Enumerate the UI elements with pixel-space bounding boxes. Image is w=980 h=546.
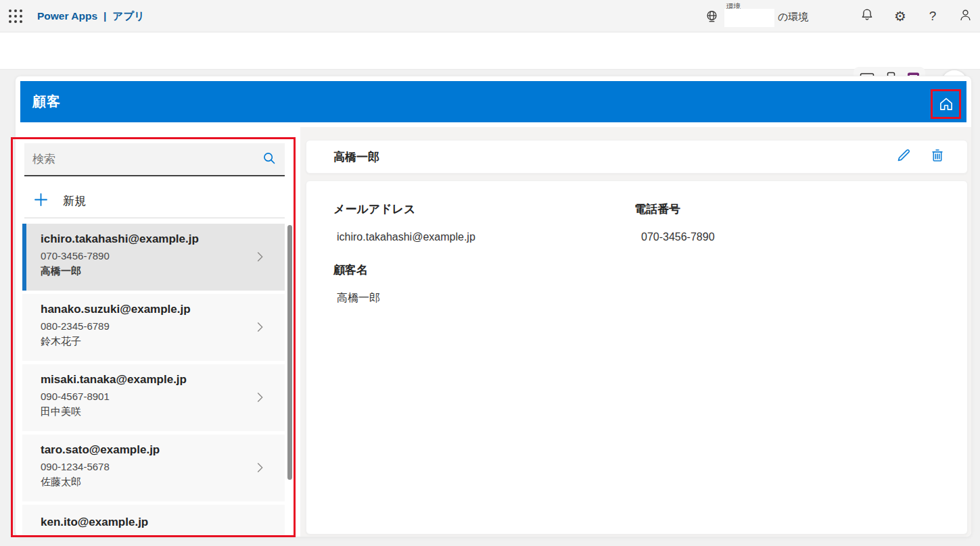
- trash-icon: [929, 147, 946, 166]
- customer-name: 鈴木花子: [41, 335, 285, 348]
- chevron-right-icon[interactable]: [252, 460, 267, 478]
- customer-phone: 090-4567-8901: [41, 391, 285, 402]
- brand-header: Power Apps | アプリ: [37, 0, 145, 32]
- chevron-right-icon[interactable]: [252, 390, 267, 407]
- person-icon: [958, 7, 973, 26]
- customer-list-item[interactable]: taro.sato@example.jp 090-1234-5678 佐藤太郎: [22, 435, 285, 501]
- customer-name: 佐藤太郎: [41, 476, 285, 489]
- customer-list-item[interactable]: hanako.suzuki@example.jp 080-2345-6789 鈴…: [22, 294, 285, 361]
- customer-email: misaki.tanaka@example.jp: [41, 373, 285, 387]
- help-button[interactable]: ?: [917, 0, 948, 32]
- field-label-email: メールアドレス: [333, 201, 415, 217]
- notifications-button[interactable]: [851, 0, 883, 32]
- field-value-customer-name: 高橋一郎: [337, 291, 380, 305]
- list-scrollbar[interactable]: [287, 225, 292, 480]
- environment-name-redacted: [724, 9, 774, 27]
- search-input[interactable]: [24, 153, 262, 166]
- app-title: 顧客: [32, 93, 61, 111]
- pencil-icon: [895, 147, 912, 166]
- customer-list: ichiro.takahashi@example.jp 070-3456-789…: [22, 224, 285, 540]
- customer-list-item[interactable]: ken.ito@example.jp: [22, 505, 285, 537]
- plus-icon: [34, 193, 48, 209]
- customer-email: hanako.suzuki@example.jp: [41, 303, 285, 316]
- brand-section[interactable]: アプリ: [112, 9, 145, 24]
- chevron-right-icon[interactable]: [252, 320, 267, 337]
- home-icon: [937, 103, 955, 115]
- field-label-phone: 電話番号: [634, 201, 680, 217]
- customer-phone: 080-2345-6789: [41, 320, 285, 332]
- settings-button[interactable]: ⚙: [885, 0, 916, 32]
- edit-button[interactable]: [891, 145, 916, 169]
- brand-separator: |: [103, 10, 106, 22]
- search-icon[interactable]: [262, 151, 277, 168]
- gear-icon: ⚙: [894, 8, 906, 24]
- customer-phone: 070-3456-7890: [41, 250, 285, 262]
- customer-name: 高橋一郎: [41, 265, 285, 278]
- panel-divider: [24, 218, 285, 218]
- customer-list-item[interactable]: ichiro.takahashi@example.jp 070-3456-789…: [22, 224, 285, 291]
- customer-name: 田中美咲: [41, 405, 285, 418]
- home-button[interactable]: [937, 95, 955, 113]
- new-record-button[interactable]: 新規: [24, 187, 285, 215]
- account-button[interactable]: [950, 0, 980, 32]
- app-launcher-icon[interactable]: [5, 6, 26, 26]
- customer-email: taro.sato@example.jp: [41, 443, 285, 457]
- brand-name[interactable]: Power Apps: [37, 10, 97, 22]
- preview-toolbar: [0, 32, 980, 70]
- help-icon: ?: [929, 9, 937, 24]
- environment-globe-icon: [704, 9, 720, 27]
- delete-button[interactable]: [925, 145, 950, 169]
- customer-email: ichiro.takahashi@example.jp: [41, 232, 285, 246]
- new-record-label: 新規: [63, 193, 86, 209]
- chevron-right-icon[interactable]: [252, 249, 267, 267]
- field-label-customer-name: 顧客名: [333, 262, 368, 278]
- environment-suffix[interactable]: の環境: [778, 11, 808, 24]
- customer-email: ken.ito@example.jp: [41, 516, 285, 529]
- app-header-bar: 顧客: [20, 81, 966, 122]
- search-box: [24, 143, 285, 176]
- bell-icon: [860, 7, 874, 25]
- customer-list-item[interactable]: misaki.tanaka@example.jp 090-4567-8901 田…: [22, 364, 285, 431]
- field-value-email: ichiro.takahashi@example.jp: [337, 231, 475, 243]
- customer-phone: 090-1234-5678: [41, 461, 285, 472]
- top-chrome-bar: Power Apps | アプリ 環境 の環境 ⚙ ?: [0, 0, 980, 32]
- field-value-phone: 070-3456-7890: [641, 231, 715, 243]
- detail-title: 高橋一郎: [333, 149, 379, 165]
- detail-fields-card: メールアドレス ichiro.takahashi@example.jp 電話番号…: [306, 180, 968, 535]
- detail-title-card: 高橋一郎: [306, 140, 968, 174]
